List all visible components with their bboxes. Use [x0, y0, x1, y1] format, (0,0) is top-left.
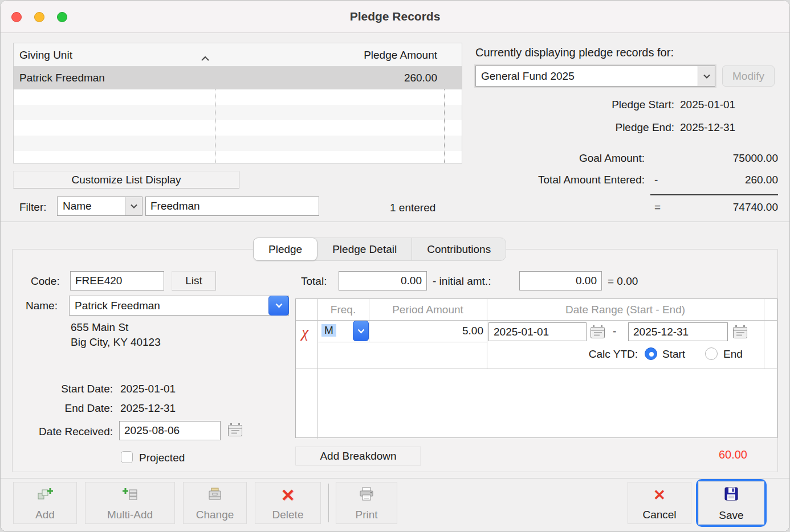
end-date-value: 2025-12-31: [120, 402, 176, 415]
pledge-records-window: Pledge Records Giving Unit Pledge Amount…: [0, 0, 790, 532]
cancel-label: Cancel: [642, 509, 676, 520]
print-label: Print: [355, 509, 377, 520]
table-row[interactable]: Patrick Freedman 260.00: [14, 67, 462, 89]
date-range-dash: -: [613, 325, 616, 338]
calc-ytd-end-label: End: [723, 348, 743, 361]
fund-select-value: General Fund 2025: [481, 66, 575, 86]
cancel-button[interactable]: ✕ Cancel: [628, 482, 691, 524]
total-input[interactable]: [339, 271, 427, 290]
row-delete-icon[interactable]: χ: [302, 324, 308, 340]
minimize-window-icon[interactable]: [34, 12, 44, 22]
fund-select[interactable]: General Fund 2025: [475, 66, 715, 87]
tab-pledge-detail[interactable]: Pledge Detail: [317, 238, 412, 260]
cancel-icon: ✕: [653, 486, 666, 504]
breakdown-total: 60.00: [679, 448, 747, 461]
start-date-value: 2025-01-01: [120, 383, 176, 395]
print-button[interactable]: Print: [336, 482, 397, 524]
chevron-down-icon[interactable]: [268, 296, 289, 316]
column-header-giving-unit[interactable]: Giving Unit: [19, 43, 72, 67]
toolbar-divider: [1, 478, 789, 478]
title-bar: Pledge Records: [1, 1, 789, 33]
section-divider: [1, 222, 789, 222]
add-button[interactable]: Add: [13, 482, 77, 524]
multi-add-icon: [121, 486, 139, 505]
column-header-pledge-amount[interactable]: Pledge Amount: [364, 43, 437, 67]
calendar-icon[interactable]: [732, 325, 748, 342]
filter-label: Filter:: [19, 201, 47, 214]
row-pledge-amount: 260.00: [404, 67, 437, 89]
calc-ytd-end-radio[interactable]: [705, 347, 718, 360]
goal-amount-label: Goal Amount:: [479, 152, 645, 165]
modify-button[interactable]: Modify: [722, 66, 775, 87]
delete-button[interactable]: ✕ Delete: [255, 482, 321, 524]
row-giving-unit: Patrick Freedman: [19, 67, 105, 89]
address-line2: Big City, KY 40123: [71, 336, 161, 349]
period-amount-value[interactable]: 5.00: [369, 325, 483, 337]
calendar-icon[interactable]: [590, 325, 605, 342]
code-label: Code:: [31, 275, 60, 288]
breakdown-table: Freq. Period Amount Date Range (Start - …: [295, 298, 777, 438]
pledge-start-label: Pledge Start:: [508, 99, 674, 111]
frequency-cell[interactable]: M: [318, 321, 369, 342]
multi-add-button[interactable]: Multi-Add: [85, 482, 175, 524]
list-button[interactable]: List: [172, 271, 216, 290]
column-header-period-amount: Period Amount: [369, 299, 487, 320]
date-received-input[interactable]: [119, 421, 221, 440]
chevron-down-icon: [698, 66, 715, 86]
grid-line: [317, 342, 487, 342]
change-label: Change: [196, 509, 234, 520]
totals-result: = 0.00: [608, 275, 638, 288]
goal-amount-value: 75000.00: [656, 152, 778, 165]
change-icon: [206, 486, 223, 505]
toolbar-separator: [328, 484, 329, 522]
date-range-start-input[interactable]: [488, 322, 587, 341]
name-select[interactable]: Patrick Freedman: [69, 296, 289, 316]
save-icon: [723, 486, 739, 505]
frequency-value: M: [321, 324, 336, 337]
filter-field-select[interactable]: Name: [57, 197, 142, 216]
add-breakdown-button[interactable]: Add Breakdown: [295, 447, 421, 465]
address-line1: 655 Main St: [71, 321, 128, 334]
print-icon: [358, 486, 375, 505]
fund-panel-heading: Currently displaying pledge records for:: [475, 46, 674, 59]
date-range-end-input[interactable]: [628, 322, 728, 341]
tab-contributions[interactable]: Contributions: [412, 238, 506, 260]
calendar-icon[interactable]: [227, 423, 243, 440]
change-button[interactable]: Change: [183, 482, 247, 524]
calc-ytd-start-label: Start: [662, 348, 685, 361]
close-window-icon[interactable]: [11, 12, 22, 22]
customize-list-display-button[interactable]: Customize List Display: [13, 171, 239, 189]
window-title: Pledge Records: [350, 10, 441, 23]
sort-ascending-icon[interactable]: [201, 52, 210, 64]
column-header-date-range: Date Range (Start - End): [487, 299, 764, 320]
save-label: Save: [719, 510, 743, 521]
detail-tabs: Pledge Pledge Detail Contributions: [253, 238, 506, 261]
remaining-amount-value: 74740.00: [656, 201, 778, 214]
total-label: Total:: [301, 275, 327, 288]
column-header-freq: Freq.: [317, 299, 369, 320]
chevron-down-icon[interactable]: [353, 321, 369, 341]
delete-label: Delete: [272, 509, 304, 520]
total-entered-value: 260.00: [656, 174, 778, 186]
name-select-value: Patrick Freedman: [75, 296, 160, 315]
projected-checkbox[interactable]: [121, 451, 133, 463]
calc-ytd-label: Calc YTD:: [535, 348, 638, 361]
tab-pledge[interactable]: Pledge: [253, 238, 317, 261]
table-header: Giving Unit Pledge Amount: [14, 43, 462, 67]
filter-field-value: Name: [63, 197, 92, 215]
add-icon: [36, 486, 54, 505]
pledge-start-value: 2025-01-01: [680, 99, 735, 111]
grid-line: [487, 299, 487, 369]
date-received-label: Date Received:: [6, 425, 113, 438]
save-button[interactable]: Save: [698, 481, 764, 525]
pledge-end-label: Pledge End:: [508, 121, 674, 134]
start-date-label: Start Date:: [23, 383, 113, 395]
total-entered-label: Total Amount Entered:: [479, 174, 645, 186]
code-input[interactable]: [70, 271, 164, 290]
calc-ytd-start-radio[interactable]: [645, 347, 657, 360]
projected-label: Projected: [139, 452, 185, 464]
entered-count: 1 entered: [390, 202, 435, 214]
filter-input[interactable]: [145, 197, 319, 216]
zoom-window-icon[interactable]: [57, 12, 67, 22]
initial-amount-input[interactable]: [519, 271, 602, 290]
